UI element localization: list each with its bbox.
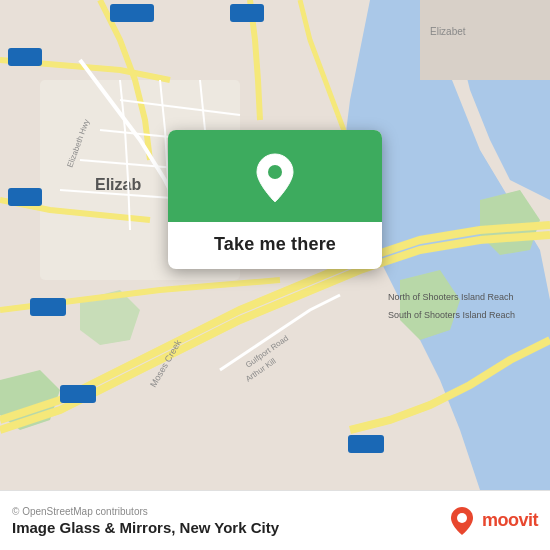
svg-rect-4 xyxy=(8,188,42,206)
svg-text:Elizab: Elizab xyxy=(95,176,141,193)
svg-rect-2 xyxy=(60,385,96,403)
svg-rect-5 xyxy=(8,48,42,66)
bottom-left-info: © OpenStreetMap contributors Image Glass… xyxy=(12,506,279,536)
moovit-brand-icon xyxy=(446,505,478,537)
location-pin-icon xyxy=(253,152,297,204)
popup-green-section xyxy=(168,130,382,222)
svg-rect-6 xyxy=(110,4,154,22)
svg-rect-8 xyxy=(348,435,384,453)
svg-rect-7 xyxy=(230,4,264,22)
moovit-text: moovit xyxy=(482,510,538,531)
svg-rect-3 xyxy=(30,298,66,316)
popup-button-section[interactable]: Take me there xyxy=(168,222,382,269)
svg-point-19 xyxy=(457,513,467,523)
take-me-there-button[interactable]: Take me there xyxy=(214,234,336,255)
copyright-text: © OpenStreetMap contributors xyxy=(12,506,279,517)
moovit-logo[interactable]: moovit xyxy=(446,505,538,537)
map-container: Moses Creek Gulfport Road Arthur Kill El… xyxy=(0,0,550,490)
svg-rect-16 xyxy=(420,0,550,80)
bottom-bar: © OpenStreetMap contributors Image Glass… xyxy=(0,490,550,550)
place-name: Image Glass & Mirrors, New York City xyxy=(12,519,279,536)
popup-card: Take me there xyxy=(168,130,382,269)
svg-point-18 xyxy=(268,165,282,179)
svg-text:Elizabet: Elizabet xyxy=(430,26,466,37)
svg-text:South of Shooters Island Reach: South of Shooters Island Reach xyxy=(388,310,515,320)
svg-text:North of Shooters Island Reach: North of Shooters Island Reach xyxy=(388,292,514,302)
